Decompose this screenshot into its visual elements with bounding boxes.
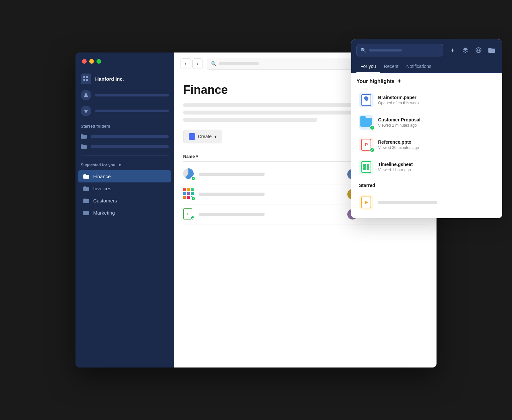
dropdown-overlay: 🔍 + <box>351 39 502 218</box>
starred-folder-1[interactable] <box>75 131 174 141</box>
tab-recent[interactable]: Recent <box>380 60 402 73</box>
create-chevron-icon: ▾ <box>214 134 217 139</box>
svg-rect-0 <box>83 76 85 78</box>
starred-item-1[interactable] <box>356 192 497 213</box>
pptx-file-icon: P ✓ <box>359 137 373 152</box>
layers-button[interactable] <box>460 45 471 55</box>
file-icon-doc-wrapper: + ☁ <box>183 208 195 220</box>
folder-customers-icon <box>83 198 89 203</box>
highlight-item-customer-proposal[interactable]: ✓ Customer Proposal Viewed 2 minutes ago <box>356 112 497 133</box>
row-name-2 <box>199 193 343 196</box>
create-button-label: Create <box>198 134 212 139</box>
search-bar-icon: 🔍 <box>211 61 217 66</box>
forward-button[interactable]: › <box>192 58 203 69</box>
sidebar-item-customers[interactable]: Customers <box>78 195 171 207</box>
check-badge-1: ✓ <box>191 176 196 181</box>
nav-star-item[interactable] <box>75 103 174 119</box>
window-controls <box>75 59 174 70</box>
col-name-header: Name ▾ <box>183 154 362 159</box>
sidebar-item-label-marketing: Marketing <box>93 210 115 216</box>
check-badge-2: ✓ <box>191 196 196 201</box>
highlights-sparkle-icon: ✦ <box>397 78 401 84</box>
search-placeholder <box>219 62 259 65</box>
svg-rect-1 <box>86 76 88 78</box>
nav-arrows: ‹ › <box>181 58 203 69</box>
plus-button[interactable]: + <box>447 45 458 55</box>
search-placeholder-line <box>369 49 402 52</box>
person-icon <box>81 90 91 100</box>
sidebar-divider <box>81 156 169 156</box>
starred-file-icon-1 <box>359 195 373 210</box>
starred-folder-2[interactable] <box>75 141 174 152</box>
folder-invoices-icon <box>83 186 89 191</box>
folder-icon-1 <box>81 134 87 139</box>
highlight-info-reference: Reference.pptx Viewed 30 minutes ago <box>378 139 494 150</box>
maximize-button[interactable] <box>96 59 101 64</box>
row-name-line-3 <box>199 213 265 216</box>
workspace-icon <box>81 74 91 84</box>
sidebar-item-label-invoices: Invoices <box>93 186 111 191</box>
highlight-meta-brainstorm: Opened often this week <box>378 101 494 105</box>
highlight-info-brainstorm: Brainstorm.paper Opened often this week <box>378 95 494 105</box>
highlight-item-brainstorm[interactable]: Brainstorm.paper Opened often this week <box>356 90 497 111</box>
highlight-meta-customer: Viewed 2 minutes ago <box>378 123 494 128</box>
sort-icon: ▾ <box>196 154 198 159</box>
sidebar-item-label-finance: Finance <box>93 174 111 179</box>
tab-notifications[interactable]: Notifications <box>402 60 435 73</box>
minimize-button[interactable] <box>89 59 94 64</box>
folder-check-icon: ✓ <box>370 125 375 130</box>
slides-icon <box>365 200 368 205</box>
highlight-meta-reference: Viewed 30 minutes ago <box>378 145 494 150</box>
tabs-row: For you Recent Notifications <box>351 60 502 73</box>
row-name-line-2 <box>199 193 265 196</box>
dropdown-search[interactable]: 🔍 <box>356 44 443 56</box>
workspace-name: Hanford Inc. <box>95 76 124 82</box>
starred-name-line-1 <box>378 201 437 204</box>
check-badge-3: ☁ <box>190 216 195 220</box>
pptx-check-icon: ✓ <box>370 147 375 153</box>
svg-marker-5 <box>84 109 88 113</box>
highlight-info-customer: Customer Proposal Viewed 2 minutes ago <box>378 117 494 128</box>
create-button[interactable]: Create ▾ <box>183 130 222 143</box>
folder-blue-file-icon: ✓ <box>359 115 373 130</box>
folder-marketing-icon <box>83 210 89 215</box>
gsheet-file-icon <box>359 160 373 174</box>
search-row: 🔍 + <box>351 39 502 60</box>
sidebar-item-marketing[interactable]: Marketing <box>78 207 171 219</box>
app-window: Hanford Inc. Starred folders <box>75 52 437 368</box>
sidebar-item-invoices[interactable]: Invoices <box>78 182 171 195</box>
svg-rect-3 <box>86 79 88 81</box>
globe-button[interactable] <box>473 45 484 55</box>
highlight-meta-timeline: Viewed 1 hour ago <box>378 168 494 172</box>
starred-folder-line-2 <box>91 145 169 148</box>
svg-rect-2 <box>83 79 85 81</box>
starred-section-title: Starred <box>359 183 497 188</box>
folder-button[interactable] <box>486 45 497 55</box>
highlight-name-timeline: Timeline.gsheet <box>378 162 494 167</box>
sidebar: Hanford Inc. Starred folders <box>75 52 174 368</box>
row-name-1 <box>199 173 343 176</box>
nav-person-item[interactable] <box>75 87 174 103</box>
workspace-item[interactable]: Hanford Inc. <box>75 70 174 87</box>
content-line-1 <box>183 103 354 107</box>
nav-person-line <box>95 94 169 96</box>
dropdown-body: Your highlights ✦ Brainstorm.paper Opene… <box>351 73 502 218</box>
row-name-line-1 <box>199 173 265 176</box>
close-button[interactable] <box>82 59 87 64</box>
highlight-name-brainstorm: Brainstorm.paper <box>378 95 494 100</box>
tab-for-you[interactable]: For you <box>356 60 380 73</box>
highlight-item-timeline[interactable]: Timeline.gsheet Viewed 1 hour ago <box>356 157 497 178</box>
folder-finance-icon <box>83 174 89 179</box>
highlight-item-reference[interactable]: P ✓ Reference.pptx Viewed 30 minutes ago <box>356 134 497 155</box>
header-actions: + <box>447 45 497 55</box>
highlight-name-customer: Customer Proposal <box>378 117 494 122</box>
back-button[interactable]: ‹ <box>181 58 191 69</box>
content-line-3 <box>183 118 317 122</box>
file-icon-pie-wrapper: ✓ <box>183 168 195 180</box>
row-name-3 <box>199 213 343 216</box>
nav-star-line <box>95 110 169 112</box>
suggested-label: Suggested for you ✦ <box>75 160 174 170</box>
paper-file-icon <box>359 93 373 107</box>
highlights-title: Your highlights ✦ <box>356 78 497 84</box>
sidebar-item-finance[interactable]: Finance <box>78 170 171 182</box>
